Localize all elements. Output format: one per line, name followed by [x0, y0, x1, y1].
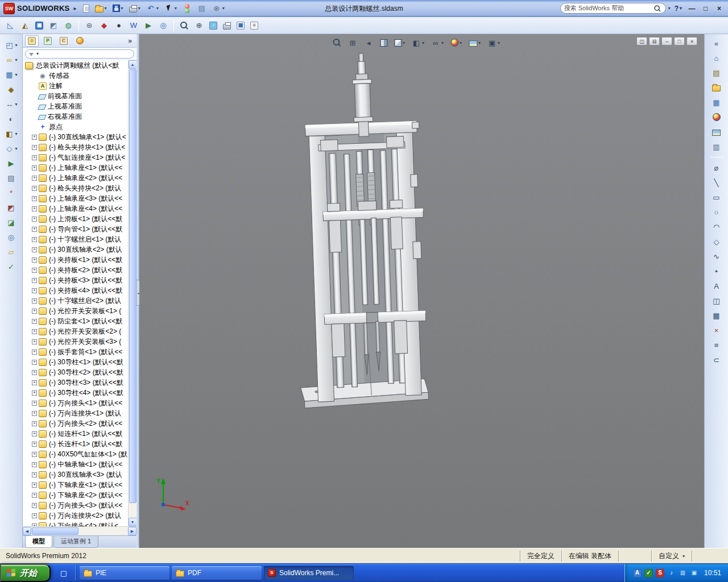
split-horizontal-button[interactable]: ⊟ [649, 37, 660, 45]
display-settings-icon[interactable]: ▣ [33, 19, 46, 32]
tree-item[interactable]: + 前视基准面 [23, 91, 128, 101]
graphics-viewport[interactable]: ⊞ ◂ ▾ ◧ ▾ ∞ [139, 34, 704, 548]
tree-item[interactable]: + 传感器 [23, 70, 128, 81]
hide-show-items-button[interactable]: ∞ ▾ [429, 36, 446, 49]
expand-toggle[interactable]: + [32, 350, 37, 355]
sketch-text-icon[interactable]: A [710, 280, 723, 292]
expand-toggle[interactable]: + [32, 421, 37, 426]
tree-item[interactable]: + (-) 光控开关安装板<3> ( [23, 336, 128, 347]
record-icon[interactable] [636, 552, 644, 560]
arc-icon[interactable]: ◠ [710, 221, 723, 233]
line-icon[interactable]: ╲ [710, 176, 723, 189]
expand-toggle[interactable]: + [32, 503, 37, 508]
dropdown-arrow-icon[interactable]: ▾ [15, 72, 17, 77]
file-explorer-icon[interactable] [710, 81, 722, 94]
check-entity-icon[interactable]: ◩ [47, 19, 60, 32]
tree-item[interactable]: + (-) 光控开关安装板<2> ( [23, 326, 128, 336]
expand-toggle[interactable]: + [32, 135, 37, 140]
task-pane-collapse-button[interactable]: « [710, 37, 723, 49]
tree-item[interactable]: + (-) 下轴承座<2> (默认<< [23, 490, 128, 500]
expand-toggle[interactable]: + [32, 390, 37, 396]
assembly-model[interactable] [139, 34, 704, 548]
motion-study-icon[interactable]: ▶ [5, 157, 18, 169]
trim-entities-icon[interactable]: × [710, 324, 723, 336]
word-export-icon[interactable]: W [127, 19, 140, 32]
mirror-entities-icon[interactable]: ◫ [710, 294, 723, 307]
expand-toggle[interactable]: + [32, 298, 37, 304]
tab-model[interactable]: 模型 [25, 536, 52, 548]
clock[interactable]: 10:51 [704, 569, 721, 577]
insert-component-icon[interactable]: ◰ ▾ [3, 39, 19, 51]
tree-item[interactable]: + (-) 夹持板<3> (默认<<默 [23, 275, 128, 285]
start-button[interactable]: 开始 [0, 564, 51, 582]
expand-toggle[interactable]: + [32, 493, 37, 498]
dropdown-arrow-icon[interactable]: ▾ [460, 40, 462, 45]
sketch-pattern-icon[interactable]: ▦ [710, 309, 723, 322]
file-properties-button[interactable]: ▤ [195, 2, 209, 15]
tree-item[interactable]: + 上视基准面 [23, 101, 128, 111]
tree-item[interactable]: + (-) 光控开关安装板<1> ( [23, 306, 128, 316]
dropdown-arrow-icon[interactable]: ▾ [105, 6, 107, 11]
tree-item[interactable]: + (-) 万向接头<1> (默认<< [23, 398, 128, 408]
expand-toggle[interactable]: + [32, 462, 37, 467]
point-icon[interactable]: • [710, 265, 723, 277]
scroll-down-icon[interactable]: ▼ [129, 518, 137, 526]
zoom-fit-button[interactable] [330, 36, 344, 49]
scrollbar-thumb[interactable] [32, 527, 78, 535]
task-scheduler-icon[interactable]: ▦ [234, 19, 247, 32]
dropdown-arrow-icon[interactable]: ▾ [121, 6, 123, 11]
screen-capture-icon[interactable]: ▫ [207, 19, 220, 32]
polygon-icon[interactable]: ◇ [710, 235, 723, 248]
expand-toggle[interactable]: + [32, 217, 37, 222]
volume-icon[interactable]: ♪ [667, 569, 676, 577]
apply-scene-button[interactable]: ▾ [466, 36, 483, 49]
options-gear-icon[interactable]: ⊛ [82, 19, 96, 32]
tree-item[interactable]: + (-) 中轴承轴<1> (默认<< [23, 459, 128, 469]
clearance-verification-icon[interactable]: ◪ [5, 216, 18, 228]
tree-item[interactable]: + 原点 [23, 122, 128, 132]
tree-root-item[interactable]: 总装设计两颗螺丝 (默认<默 [23, 60, 128, 70]
convert-entities-icon[interactable]: ⊂ [710, 354, 723, 366]
tree-item[interactable]: + (-) 防尘套<1> (默认<<默 [23, 316, 128, 326]
new-document-button[interactable] [81, 2, 92, 15]
tree-item[interactable]: + (-) 万向连接块<1> (默认 [23, 408, 128, 418]
expand-toggle[interactable]: + [32, 513, 37, 518]
task-pdf[interactable]: PDF [172, 566, 262, 580]
measure-icon[interactable]: ◺ [3, 19, 17, 32]
reference-geometry-icon[interactable]: ◇ ▾ [3, 142, 19, 155]
expand-toggle[interactable]: + [32, 288, 37, 293]
performance-evaluation-icon[interactable]: ✓ [5, 260, 18, 273]
view-palette-icon[interactable]: ▦ [710, 96, 723, 109]
tree-item[interactable]: + (-) 气缸连接座<1> (默认< [23, 152, 128, 163]
zoom-area-button[interactable]: ⊞ [346, 36, 359, 49]
dropdown-arrow-icon[interactable]: ▾ [15, 43, 17, 48]
split-view-button[interactable]: ◫ [636, 37, 647, 45]
print-preview-icon[interactable] [221, 19, 233, 32]
edrawings-icon[interactable]: ◍ [61, 19, 75, 32]
move-component-icon[interactable]: ↔ ▾ [3, 98, 19, 110]
status-custom[interactable]: 自定义▾ [651, 551, 692, 562]
find-icon[interactable]: ⊕ [192, 19, 206, 32]
help-button[interactable]: ?▾ [672, 5, 684, 13]
tree-horizontal-scrollbar[interactable]: ◀ ▶ [23, 526, 136, 535]
dropdown-arrow-icon[interactable]: ▾ [15, 146, 17, 151]
expand-toggle[interactable]: + [32, 206, 37, 211]
scroll-up-icon[interactable]: ▲ [129, 60, 137, 69]
task-solidworks[interactable]: S SolidWorks Premi... [264, 566, 354, 580]
dropdown-arrow-icon[interactable]: ▾ [478, 40, 481, 45]
tree-item[interactable]: + (-) 万向接头<3> (默认<< [23, 500, 128, 510]
show-hidden-components-icon[interactable]: ◐ [5, 113, 18, 125]
network-icon[interactable]: ▣ [690, 569, 698, 577]
spline-icon[interactable]: ∿ [710, 250, 723, 263]
mass-properties-icon[interactable]: ◭ [18, 19, 32, 32]
expand-toggle[interactable]: + [32, 247, 37, 252]
tree-filter-input[interactable]: ▾ [25, 49, 134, 59]
note-icon[interactable] [626, 552, 634, 560]
dropdown-arrow-icon[interactable]: ▾ [15, 57, 17, 63]
addins-icon[interactable]: ◆ [97, 19, 111, 32]
help-search-input[interactable]: 搜索 SolidWorks 帮助 [560, 3, 666, 14]
featuremanager-tab[interactable]: ≡ [25, 35, 39, 47]
propertymanager-tab[interactable]: P [41, 35, 55, 47]
dropdown-arrow-icon[interactable]: ▾ [498, 40, 500, 45]
tree-item[interactable]: + (-) 30直线轴承<3> (默认 [23, 469, 128, 480]
